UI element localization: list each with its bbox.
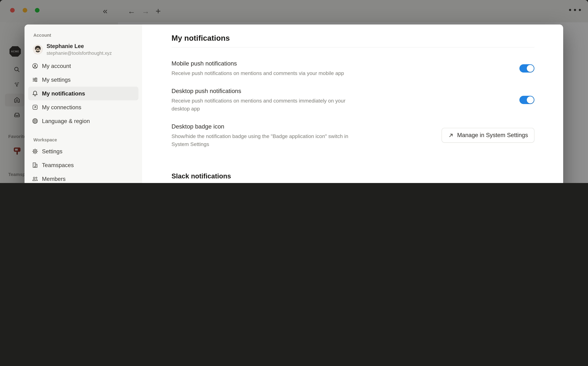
settings-dialog: Account Stephanie Lee stephanie@: [24, 24, 563, 183]
nav-item-label: My account: [42, 63, 71, 69]
globe-icon: [31, 117, 39, 125]
back-icon[interactable]: ←: [128, 0, 135, 22]
arrow-up-right-icon: [448, 132, 454, 138]
inbox-icon: [13, 111, 21, 119]
setting-description: Receive push notifications on mentions a…: [171, 69, 392, 77]
settings-sidebar: Account Stephanie Lee stephanie@: [24, 24, 142, 183]
settings-nav-my-notifications[interactable]: My notifications: [28, 87, 139, 100]
settings-nav-my-connections[interactable]: My connections: [28, 100, 139, 114]
more-options-icon[interactable]: [569, 9, 581, 11]
avatar: [33, 45, 43, 54]
people-icon: [31, 175, 39, 183]
account-section-label: Account: [33, 32, 142, 38]
settings-nav-language-region[interactable]: Language & region: [28, 114, 139, 128]
settings-nav-my-account[interactable]: My account: [28, 59, 139, 73]
person-circle-icon: [31, 62, 39, 70]
button-label: Manage in System Settings: [457, 132, 528, 139]
slack-section-heading: Slack notifications: [171, 172, 534, 181]
divider: [171, 47, 534, 47]
manage-system-settings-button[interactable]: Manage in System Settings: [441, 128, 534, 143]
setting-description: Show/hide the notification badge using t…: [171, 132, 392, 148]
forward-icon[interactable]: →: [142, 0, 149, 22]
user-profile: Stephanie Lee stephanie@toolsforthought.…: [33, 43, 137, 56]
screen: « ← → + ACME A S: [0, 0, 588, 183]
setting-title: Desktop push notifications: [171, 87, 392, 95]
close-window-button[interactable]: [10, 8, 15, 13]
title-bar: « ← → +: [0, 0, 588, 23]
mobile-push-toggle[interactable]: [519, 64, 534, 72]
user-email: stephanie@toolsforthought.xyz: [46, 50, 112, 56]
desktop-push-toggle[interactable]: [519, 96, 534, 104]
setting-row-mobile-push: Mobile push notifications Receive push n…: [171, 59, 534, 77]
setting-title: Desktop badge icon: [171, 122, 392, 131]
sidebar-collapse-icon[interactable]: «: [103, 0, 108, 22]
mailbox-icon: [14, 147, 21, 155]
nav-item-label: Members: [42, 175, 66, 182]
ai-face-icon: [13, 80, 21, 88]
nav-item-label: Settings: [42, 148, 62, 155]
nav-item-label: Language & region: [42, 118, 90, 124]
nav-item-label: My connections: [42, 104, 81, 111]
user-name: Stephanie Lee: [46, 43, 112, 50]
setting-row-desktop-badge: Desktop badge icon Show/hide the notific…: [171, 122, 534, 148]
home-icon: [13, 96, 21, 104]
settings-nav-settings[interactable]: Settings: [28, 145, 139, 158]
workspace-section-label: Workspace: [33, 137, 142, 143]
sliders-icon: [31, 76, 39, 84]
zoom-window-button[interactable]: [35, 8, 39, 13]
arrow-up-right-box-icon: [31, 103, 39, 111]
page-title: My notifications: [171, 33, 534, 43]
app-window: « ← → + ACME A S: [0, 0, 588, 183]
settings-nav-members[interactable]: Members: [28, 172, 139, 183]
setting-row-desktop-push: Desktop push notifications Receive push …: [171, 87, 534, 113]
settings-nav-teamspaces[interactable]: Teamspaces: [28, 158, 139, 172]
gear-icon: [31, 147, 39, 155]
building-icon: [31, 161, 39, 169]
setting-description: Receive push notifications on mentions a…: [171, 97, 392, 113]
setting-title: Mobile push notifications: [171, 59, 392, 68]
minimize-window-button[interactable]: [23, 8, 27, 13]
new-tab-icon[interactable]: +: [155, 0, 161, 22]
bell-icon: [31, 90, 39, 98]
nav-item-label: My notifications: [42, 90, 85, 97]
search-icon: [13, 66, 21, 73]
settings-nav-my-settings[interactable]: My settings: [28, 73, 139, 87]
nav-item-label: My settings: [42, 76, 70, 83]
nav-item-label: Teamspaces: [42, 162, 74, 168]
settings-content: My notifications Mobile push notificatio…: [142, 24, 563, 183]
workspace-logo: ACME: [9, 46, 21, 57]
